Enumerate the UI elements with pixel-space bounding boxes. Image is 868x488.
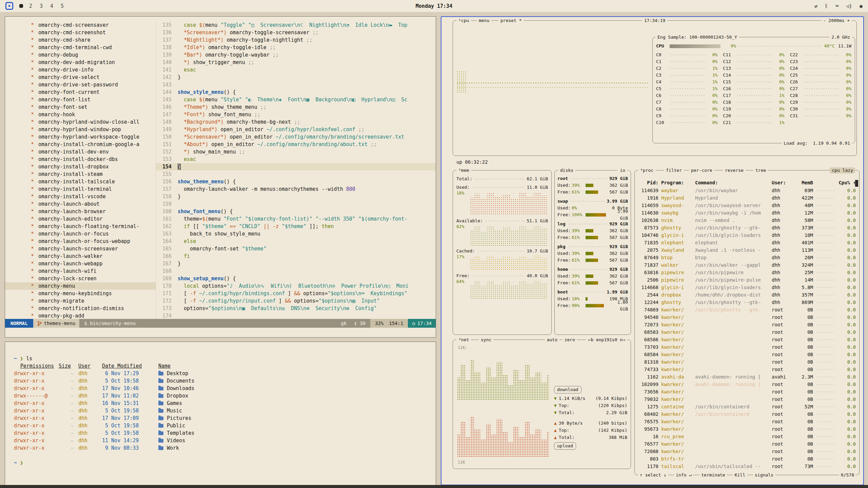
process-table-header[interactable]: Pid: Program: Command: User: MemB Cpu% ↑ xyxy=(638,179,856,187)
terminal-window[interactable]: ~ ❯ ls PermissionsSizeUserDate ModifiedN… xyxy=(5,342,436,485)
process-row[interactable]: 68586 kworker/ root 0B 0.0 xyxy=(638,336,856,343)
file-item[interactable]: *omarchy-cmd-screenshot xyxy=(5,29,156,36)
file-item[interactable]: *omarchy-drive-set-password xyxy=(5,81,156,88)
process-row[interactable]: 114639 waybar /usr/bin/waybar dhh 69M 0.… xyxy=(638,187,856,194)
process-row[interactable]: 68584 kworker/ root 0B 0.0 xyxy=(638,351,856,358)
filter-button[interactable]: filter xyxy=(664,167,684,174)
workspace-number[interactable]: 5 xyxy=(61,3,64,9)
file-item[interactable]: *omarchy-launch-screensaver xyxy=(5,245,156,252)
process-row[interactable]: 2125 fcitx5 /usr/bin/fcitx5 dhh 30M 0.0 xyxy=(638,470,856,471)
process-row[interactable]: 94540 kworker/ root 0B 0.0 xyxy=(638,313,856,321)
neovim-window[interactable]: *omarchy-cmd-screensaver *omarchy-cmd-sc… xyxy=(5,16,436,338)
process-scrollbar-thumb[interactable] xyxy=(855,180,858,187)
process-row[interactable]: 74733 kworker/ root 0B 0.0 xyxy=(638,366,856,373)
sort-selector[interactable]: cpu lazy xyxy=(830,167,855,174)
file-item[interactable]: *omarchy-debug xyxy=(5,51,156,59)
file-item[interactable]: *omarchy-notification-dismiss xyxy=(5,305,156,312)
process-row[interactable]: 87649 btop btop dhh 26M 0.0 xyxy=(638,254,856,261)
process-row[interactable]: 76575 kworker/ root 0B 0.0 xyxy=(638,418,856,425)
workspace-number[interactable]: 4 xyxy=(50,3,53,9)
menu-button[interactable]: menu xyxy=(477,18,491,24)
process-row[interactable]: 72088 kworker/ root 0B 0.0 xyxy=(638,448,856,455)
file-item[interactable]: *omarchy-migrate xyxy=(5,297,156,305)
workspace-number[interactable]: 2 xyxy=(29,3,32,9)
process-row[interactable]: 79032 kworker/ root 0B 0.0 xyxy=(638,395,856,403)
file-item[interactable]: *omarchy-font-set xyxy=(5,103,156,111)
reverse-toggle[interactable]: reverse xyxy=(723,167,746,174)
file-item[interactable]: *omarchy-install-steam xyxy=(5,170,156,178)
process-row[interactable]: 72073 kworker/ root 0B 0.0 xyxy=(638,321,856,328)
file-item[interactable]: *omarchy-launch-editor xyxy=(5,215,156,223)
file-item[interactable]: *omarchy-cmd-terminal-cwd xyxy=(5,44,156,51)
idle-inhibitor-icon[interactable]: ◉ xyxy=(860,3,863,9)
file-item[interactable]: *omarchy-launch-floating-terminal- xyxy=(5,223,156,230)
process-row[interactable]: 68402 kworker/ /usr/bin/containerd root … xyxy=(638,410,856,418)
info-hint[interactable]: info ↵ xyxy=(674,472,693,478)
file-item[interactable]: *omarchy-install-terminal xyxy=(5,185,156,193)
process-row[interactable]: 1916 Hyprland Hyprland dhh 422M 0.0 xyxy=(638,194,856,202)
file-item[interactable]: *omarchy-drive-select xyxy=(5,74,156,81)
terminate-hint[interactable]: terminate xyxy=(699,472,727,478)
file-item[interactable]: *omarchy-launch-about xyxy=(5,200,156,208)
process-row[interactable]: 1162 avahi-da avahi-daemon: running [ av… xyxy=(638,373,856,381)
process-row[interactable]: 114659 swayosd- /usr/bin/swayosd-server … xyxy=(638,202,856,209)
clock[interactable]: Monday 17:34 xyxy=(416,3,452,9)
process-row[interactable]: 73703 kworker/ root 0B 0.0 xyxy=(638,343,856,351)
file-item[interactable]: *omarchy-font-current xyxy=(5,88,156,96)
net-sync-toggle[interactable]: sync xyxy=(479,337,493,343)
file-item[interactable]: *omarchy-hyprland-workspace-toggle xyxy=(5,133,156,141)
process-row[interactable]: 71835 elephant elephant dhh 401M 0.0 xyxy=(638,239,856,246)
file-item[interactable]: *omarchy-lock-screen xyxy=(5,275,156,282)
proc-box-title[interactable]: ⁴proc xyxy=(638,167,655,174)
file-item[interactable]: *omarchy-launch-walker xyxy=(5,252,156,260)
net-interface-selector[interactable]: ←b enp191s0 n→ xyxy=(586,337,627,343)
preset-button[interactable]: preset * xyxy=(498,18,524,24)
file-item[interactable]: *omarchy-install-dev-env xyxy=(5,148,156,156)
process-row[interactable]: 73656 kworker/ root 0B 0.0 xyxy=(638,388,856,395)
cpu-box-title[interactable]: ¹cpu xyxy=(456,18,471,24)
process-row[interactable]: 12244 ghostty /usr/bin/ghostty --gtk- dh… xyxy=(638,299,856,306)
file-explorer[interactable]: *omarchy-cmd-screensaver *omarchy-cmd-sc… xyxy=(5,21,156,320)
workspace-number[interactable]: 3 xyxy=(40,3,43,9)
mem-box-title[interactable]: ²mem xyxy=(456,167,471,174)
btop-window[interactable]: ¹cpu menu preset * 17:34:19 - 2000ms + E… xyxy=(441,16,864,485)
file-item[interactable]: *omarchy-menu-keybindings xyxy=(5,290,156,297)
code-buffer[interactable]: 135 case $(menu "Toggle" "◫ Screensaver\… xyxy=(156,21,436,320)
process-row[interactable]: 76577 kworker/ root 0B 0.0 xyxy=(638,440,856,448)
file-item[interactable]: *omarchy-launch-or-focus xyxy=(5,230,156,238)
file-item[interactable]: *omarchy-cmd-screensaver xyxy=(5,21,156,29)
file-item[interactable]: *omarchy-font-list xyxy=(5,96,156,103)
process-row[interactable]: 87573 ghostty /usr/bin/ghostty --gtk- dh… xyxy=(638,224,856,231)
select-hint[interactable]: ↑ select ↓ xyxy=(638,472,668,478)
signals-hint[interactable]: signals xyxy=(753,472,775,478)
process-row[interactable]: 102099 kworker/ avahi-daemon: running [ … xyxy=(638,381,856,388)
file-item[interactable]: *omarchy-cmd-share xyxy=(5,36,156,44)
file-item[interactable]: *omarchy-hyprland-window-close-all xyxy=(5,118,156,126)
process-row[interactable]: 102638 nvim nvim --embed . dhh 58M 0.0 xyxy=(638,217,856,224)
process-row[interactable]: 71837 walker /usr/bin/walker --gappl dhh… xyxy=(638,261,856,269)
process-row[interactable]: 114630 swaybg /usr/bin/swaybg -i /hom dh… xyxy=(638,209,856,217)
process-row[interactable]: 2506 pipewire /usr/bin/pipewire-pulse dh… xyxy=(638,276,856,284)
process-row[interactable]: 1275 containe /usr/bin/containerd root 5… xyxy=(638,403,856,410)
process-row[interactable]: 803 btrfs-tr root 0B 0.0 xyxy=(638,455,856,463)
bluetooth-icon[interactable]: ᛒ xyxy=(825,3,828,9)
file-item[interactable]: *omarchy-drive-info xyxy=(5,66,156,74)
process-row[interactable]: 68583 kworker/ root 0B 0.0 xyxy=(638,328,856,336)
process-row[interactable]: 81310 kworker/ root 0B 0.0 xyxy=(638,358,856,366)
file-item[interactable]: *omarchy-launch-browser xyxy=(5,208,156,215)
refresh-interval-control[interactable]: - 2000ms + xyxy=(821,18,852,24)
tree-toggle[interactable]: tree xyxy=(753,167,768,174)
file-item[interactable]: *omarchy-install-dropbox xyxy=(5,163,156,170)
file-item[interactable]: *omarchy-pkg-add xyxy=(5,312,156,320)
process-row[interactable]: 2544 dropbox /home/dhh/.dropbox-dist dhh… xyxy=(638,291,856,299)
file-item[interactable]: *omarchy-menu xyxy=(5,282,156,290)
process-row[interactable]: 104746 glycin-i /usr/lib/glycin-loaders … xyxy=(638,231,856,239)
process-row[interactable]: 114668 glycin-i /usr/lib/glycin-loaders … xyxy=(638,284,856,291)
file-item[interactable]: *omarchy-install-tailscale xyxy=(5,178,156,185)
file-item[interactable]: *omarchy-launch-wifi xyxy=(5,267,156,275)
disks-box-title[interactable]: disks xyxy=(558,167,575,174)
process-row[interactable]: 16 rcu_pree root 0B 0.0 xyxy=(638,433,856,440)
volume-icon[interactable]: ◁) xyxy=(846,3,852,9)
process-row[interactable]: 2075 Xwayland Xwayland :1 -rootless - dh… xyxy=(638,246,856,254)
process-row[interactable]: 74869 kworker/ /usr/bin/ghostty --gtk- r… xyxy=(638,306,856,313)
